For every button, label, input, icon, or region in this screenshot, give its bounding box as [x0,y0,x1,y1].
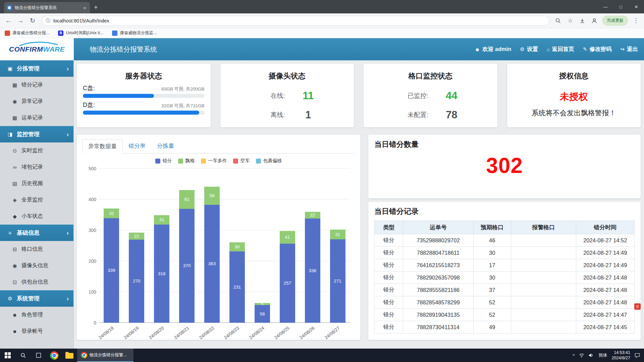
sidebar-item-history-video[interactable]: ▤历史视频 [0,175,73,192]
bar-stack[interactable]: 61370 [179,190,195,323]
sidebar-item-misssort-records[interactable]: ▦错分记录 [0,77,73,93]
bar-stack[interactable]: 58383 [204,187,220,323]
bookmark-star-icon[interactable]: ☆ [565,15,576,26]
legend-item[interactable]: 飘格 [178,158,195,164]
sidebar-item-camera-info[interactable]: ◉摄像头信息 [0,257,73,274]
sidebar-section-system-management[interactable]: ⚙系统管理› [0,290,73,307]
sidebar-item-supply-table-info[interactable]: ⊡供包台信息 [0,274,73,290]
chart-tab-3[interactable]: 分拣量 [151,139,180,154]
legend-item[interactable]: 包裹偏移 [256,158,282,164]
bookmarks-bar: 康奋威分拣错分报...BUnix时间戳(Unix ti...康奋威物流分拣监..… [0,28,644,38]
header-menu-welcome[interactable]: ☻欢迎 admin [475,46,511,53]
bar-stack[interactable]: 30231 [229,242,245,323]
sidebar-section-monitor-management[interactable]: ◨监控管理› [0,126,73,142]
header-menu-logout[interactable]: ↪退出 [620,46,638,53]
hidden-icons-chevron[interactable]: ^ [573,353,575,358]
chart-tab-2[interactable]: 错分率 [123,139,151,154]
table-cell: 78829026357098 [403,272,473,284]
new-tab-button[interactable]: + [94,4,98,11]
floating-widget[interactable]: ☰ [634,303,641,310]
profile-icon[interactable] [589,15,600,26]
app-logo[interactable]: CONFIRMWARE [0,38,74,60]
bar-stack[interactable]: 22270 [129,233,144,323]
bar-stack[interactable]: 658 [255,303,270,323]
legend-item[interactable]: 一车多件 [201,158,227,164]
chute-monitor-card: 格口监控状态 已监控:44未配置:78 [364,64,497,127]
active-task-button[interactable]: 物流分拣错分报警... [77,349,133,362]
sidebar-item-abnormal-records[interactable]: ◉异常记录 [0,93,73,110]
header-menu-change-password[interactable]: ✎修改密码 [583,46,612,53]
stat-row: 在线:11 [226,90,348,102]
header-menu-settings[interactable]: ⚙设置 [520,46,538,53]
table-cell: 52 [473,296,511,309]
disk-row: C盘:83GB 可用, 共200GB [83,84,205,98]
chart-tabs: 异常数据量错分率分拣量 [82,139,355,154]
sidebar-item-realtime-monitor[interactable]: ⊙实时监控 [0,142,73,159]
chrome-icon [81,352,87,358]
disk-list: C盘:83GB 可用, 共200GBD盘:32GB 可用, 共731GB [83,84,205,115]
bookmark-item[interactable]: 康奋威物流分拣监... [112,30,157,36]
download-icon[interactable] [577,15,588,26]
url-text: localhost:8015/Auth/Index [53,18,109,23]
chute-icon: ⊟ [11,246,19,252]
table-row: 错分78828548578299522024-08-27 14:48 [375,296,635,309]
taskbar-search-button[interactable] [15,349,31,362]
header-menu-home[interactable]: ⌂返回首页 [547,46,574,53]
bar-segment-错分: 338 [305,219,320,323]
zoom-icon[interactable] [553,15,564,26]
search-icon [20,353,26,358]
table-cell: 78828730411314 [403,321,473,334]
bar-segment-飘格: 22 [129,233,144,239]
close-button[interactable]: ✕ [629,0,644,13]
sidebar-item-role-management[interactable]: ☻角色管理 [0,307,73,323]
tab-close-icon[interactable]: × [82,5,87,11]
history-video-icon: ▤ [11,181,19,187]
maximize-button[interactable]: □ [613,0,629,13]
legend-item[interactable]: 错分 [155,158,172,164]
bar-slot: 2233824/08/26 [300,169,325,323]
legend-item[interactable]: 空车 [233,158,250,164]
bar-stack[interactable]: 22338 [305,212,320,323]
address-bar[interactable]: ⓘ localhost:8015/Auth/Index [42,16,549,26]
sidebar-item-login-account[interactable]: ■登录帐号 [0,323,73,340]
bar-value-label: 270 [133,279,141,284]
network-icon[interactable] [579,353,584,358]
sidebar-item-chute-info[interactable]: ⊟格口信息 [0,241,73,257]
bar-stack[interactable]: 31318 [154,215,169,323]
bar-stack[interactable]: 31271 [330,230,345,323]
browser-tab[interactable]: 物流分拣错分报警系统 × [4,2,90,13]
volume-icon[interactable] [589,353,594,358]
bookmark-item[interactable]: BUnix时间戳(Unix ti... [58,30,103,36]
menu-icon[interactable]: ⋮ [631,15,641,26]
legend-swatch [155,159,160,164]
minimize-button[interactable]: — [598,0,613,13]
action-center-icon[interactable] [635,353,640,358]
task-view-button[interactable] [31,349,46,362]
bar-value-label: 339 [108,268,115,273]
back-icon[interactable]: ← [3,15,14,26]
sidebar-section-basic-info[interactable]: ≡基础信息› [0,225,73,241]
disk-progress [83,111,205,115]
update-button[interactable]: 完成更新 [602,16,628,25]
sidebar-section-sorting-management[interactable]: ▣分拣管理› [0,60,73,77]
taskbar-clock[interactable]: 14:53:41 2024/8/27 [611,350,630,361]
input-language[interactable]: 简体 [598,352,607,358]
reload-icon[interactable]: ↻ [27,15,38,26]
taskbar-chrome-button[interactable] [46,349,62,362]
disk-row: D盘:32GB 可用, 共731GB [83,101,205,115]
table-row: 错分78828555821186372024-08-27 14:48 [375,284,635,296]
today-misssort-count-card: 当日错分数量 302 [368,135,641,198]
sidebar-item-waybill-records[interactable]: ▦运单记录 [0,110,73,126]
bookmark-item[interactable]: 康奋威分拣错分报... [5,30,49,36]
start-button[interactable] [0,349,15,362]
sidebar-item-jam-records[interactable]: ∞堵包记录 [0,159,73,175]
bar-stack[interactable]: 32339 [104,208,119,323]
forward-icon[interactable]: → [15,15,26,26]
chart-tab-1[interactable]: 异常数据量 [82,139,123,154]
sidebar-item-cart-status[interactable]: ◆小车状态 [0,208,73,225]
sidebar-item-panorama-monitor[interactable]: ◈全景监控 [0,192,73,208]
bar-stack[interactable]: 41257 [280,231,295,323]
main-content: 服务器状态 C盘:83GB 可用, 共200GBD盘:32GB 可用, 共731… [74,60,644,349]
site-info-icon[interactable]: ⓘ [46,18,50,24]
file-explorer-button[interactable] [62,349,77,362]
